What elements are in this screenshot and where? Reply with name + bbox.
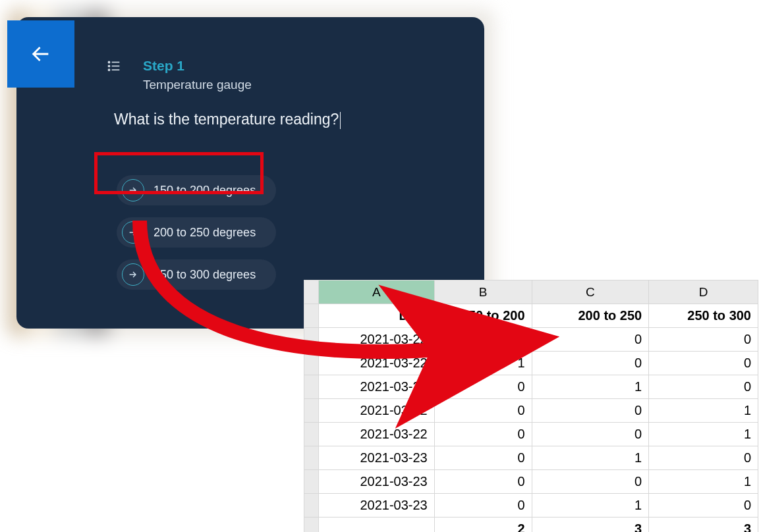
cell[interactable]: 0 <box>649 328 758 352</box>
cell[interactable]: 1 <box>649 399 758 423</box>
row-header[interactable] <box>304 352 319 375</box>
cell-date[interactable]: 2021-03-22 <box>318 423 434 446</box>
cell-date[interactable]: 2021-03-23 <box>318 494 434 518</box>
cell[interactable]: 1 <box>532 446 649 470</box>
header-150-200[interactable]: 150 to 200 <box>434 304 532 328</box>
table-row: 2021-03-23010 <box>304 446 758 470</box>
row-header[interactable] <box>304 328 319 352</box>
back-button[interactable] <box>7 20 74 88</box>
row-header[interactable] <box>304 494 319 518</box>
cell[interactable]: 0 <box>434 446 532 470</box>
table-row: 2021-03-23001 <box>304 470 758 494</box>
cell[interactable]: 0 <box>434 399 532 423</box>
text-caret <box>340 112 341 129</box>
arrow-right-icon <box>122 263 144 286</box>
cell-date[interactable]: 2021-03-22 <box>318 352 434 375</box>
step-question[interactable]: What is the temperature reading? <box>114 111 341 129</box>
svg-point-2 <box>108 65 109 66</box>
cell[interactable]: 1 <box>434 328 532 352</box>
row-header[interactable] <box>304 375 319 399</box>
cell-total[interactable]: 3 <box>532 518 649 533</box>
cell[interactable]: 0 <box>532 352 649 375</box>
cell[interactable]: 0 <box>434 375 532 399</box>
cell[interactable]: 0 <box>532 399 649 423</box>
cell-date[interactable]: 2021-03-22 <box>318 328 434 352</box>
cell-date[interactable]: 2021-03-23 <box>318 446 434 470</box>
arrow-left-icon <box>30 43 52 65</box>
cell[interactable]: 0 <box>434 423 532 446</box>
header-row: Date 150 to 200 200 to 250 250 to 300 <box>304 304 758 328</box>
cell[interactable]: 1 <box>532 375 649 399</box>
cell[interactable]: 0 <box>649 446 758 470</box>
cell[interactable]: 1 <box>649 423 758 446</box>
cell[interactable]: 1 <box>649 470 758 494</box>
table-row: 2021-03-22100 <box>304 352 758 375</box>
row-header[interactable] <box>304 304 319 328</box>
arrow-right-icon <box>122 221 144 244</box>
cell[interactable]: 0 <box>532 328 649 352</box>
spreadsheet[interactable]: A B C D Date 150 to 200 200 to 250 250 t… <box>304 280 758 532</box>
cell[interactable] <box>318 518 434 533</box>
table-row: 2021-03-22100 <box>304 328 758 352</box>
question-text: What is the temperature reading? <box>114 111 339 128</box>
option-label: 150 to 200 degrees <box>154 184 256 198</box>
option-list: 150 to 200 degrees 200 to 250 degrees 25… <box>117 175 276 302</box>
header-250-300[interactable]: 250 to 300 <box>649 304 758 328</box>
cell[interactable]: 0 <box>649 494 758 518</box>
table-row: 2021-03-22001 <box>304 399 758 423</box>
header-date[interactable]: Date <box>318 304 434 328</box>
cell[interactable]: 0 <box>434 470 532 494</box>
option-150-200[interactable]: 150 to 200 degrees <box>117 175 276 205</box>
cell-total[interactable]: 3 <box>649 518 758 533</box>
cell-date[interactable]: 2021-03-22 <box>318 375 434 399</box>
totals-row: 233 <box>304 518 758 533</box>
cell[interactable]: 0 <box>434 494 532 518</box>
svg-point-0 <box>108 61 109 63</box>
cell[interactable]: 0 <box>532 470 649 494</box>
svg-point-4 <box>108 69 109 70</box>
column-letters-row: A B C D <box>304 280 758 304</box>
option-label: 200 to 250 degrees <box>154 226 256 240</box>
table-row: 2021-03-23010 <box>304 494 758 518</box>
row-header[interactable] <box>304 470 319 494</box>
table-row: 2021-03-22001 <box>304 423 758 446</box>
cell[interactable]: 1 <box>532 494 649 518</box>
col-header-B[interactable]: B <box>434 280 532 304</box>
steps-list-icon[interactable] <box>107 61 121 72</box>
col-header-A[interactable]: A <box>318 280 434 304</box>
cell[interactable]: 1 <box>434 352 532 375</box>
table-row: 2021-03-22010 <box>304 375 758 399</box>
option-250-300[interactable]: 250 to 300 degrees <box>117 259 276 290</box>
step-subtitle: Temperature gauge <box>143 78 252 92</box>
step-title: Step 1 <box>143 58 184 74</box>
row-header[interactable] <box>304 423 319 446</box>
arrow-right-icon <box>122 179 144 201</box>
cell-date[interactable]: 2021-03-23 <box>318 470 434 494</box>
cell[interactable]: 0 <box>532 423 649 446</box>
row-header[interactable] <box>304 399 319 423</box>
row-header[interactable] <box>304 446 319 470</box>
cell-date[interactable]: 2021-03-22 <box>318 399 434 423</box>
col-header-D[interactable]: D <box>649 280 758 304</box>
header-200-250[interactable]: 200 to 250 <box>532 304 649 328</box>
corner-cell[interactable] <box>304 280 319 304</box>
option-200-250[interactable]: 200 to 250 degrees <box>117 217 276 248</box>
option-label: 250 to 300 degrees <box>154 268 256 282</box>
col-header-C[interactable]: C <box>532 280 649 304</box>
cell[interactable]: 0 <box>649 375 758 399</box>
row-header[interactable] <box>304 518 319 533</box>
cell-total[interactable]: 2 <box>434 518 532 533</box>
cell[interactable]: 0 <box>649 352 758 375</box>
